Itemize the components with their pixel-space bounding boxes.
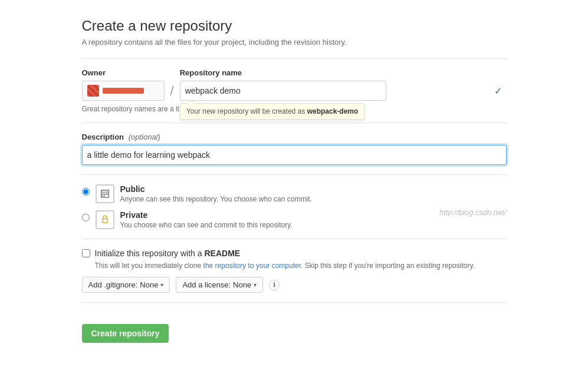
readme-link[interactable]: the repository to your computer	[203, 262, 301, 270]
owner-name-redacted	[103, 88, 144, 94]
public-radio[interactable]	[82, 188, 90, 196]
repo-name-group: Repository name ✓ Your new repository wi…	[180, 68, 507, 101]
watermark: http://blog.csdn.net/	[439, 208, 506, 217]
dropdown-row: Add .gitignore: None ▾ Add a license: No…	[82, 277, 507, 293]
owner-avatar	[87, 85, 99, 97]
private-label: Private	[120, 210, 293, 220]
public-desc: Anyone can see this repository. You choo…	[120, 195, 312, 203]
divider-bottom	[82, 302, 507, 303]
visibility-group: http://blog.csdn.net/ Public Anyone can …	[82, 184, 507, 229]
private-icon	[96, 210, 114, 229]
gitignore-label: Add .gitignore:	[88, 280, 138, 289]
divider-top	[82, 58, 507, 59]
lock-icon	[100, 214, 110, 225]
book-icon	[100, 188, 110, 199]
owner-label: Owner	[82, 68, 165, 77]
public-radio-wrapper	[82, 184, 90, 198]
gitignore-dropdown[interactable]: Add .gitignore: None ▾	[82, 277, 170, 293]
license-value: None	[233, 280, 251, 289]
description-label: Description (optional)	[82, 133, 507, 141]
public-icon	[96, 184, 114, 203]
license-dropdown[interactable]: Add a license: None ▾	[176, 277, 263, 293]
tooltip-highlight: webpack-demo	[307, 107, 359, 115]
public-option: Public Anyone can see this repository. Y…	[82, 184, 507, 203]
license-label: Add a license:	[182, 280, 231, 289]
owner-repo-row: Owner / Repository name ✓ Your new repos…	[82, 68, 507, 101]
description-optional: (optional)	[129, 133, 160, 141]
check-icon: ✓	[494, 85, 502, 97]
divider-readme	[82, 239, 507, 239]
repo-name-tooltip: Your new repository will be created as w…	[180, 103, 365, 120]
public-label: Public	[120, 184, 312, 194]
public-text: Public Anyone can see this repository. Y…	[120, 184, 312, 203]
description-input[interactable]	[82, 145, 507, 165]
slash-separator: /	[170, 81, 174, 101]
repo-name-label: Repository name	[180, 68, 507, 77]
private-desc: You choose who can see and commit to thi…	[120, 221, 293, 229]
create-repository-button[interactable]: Create repository	[82, 324, 169, 343]
owner-field[interactable]	[82, 81, 165, 101]
page-subtitle: A repository contains all the files for …	[82, 38, 507, 47]
owner-group: Owner	[82, 68, 165, 101]
page-title: Create a new repository	[82, 18, 507, 34]
gitignore-arrow: ▾	[160, 282, 163, 288]
repo-name-wrapper: ✓ Your new repository will be created as…	[180, 81, 507, 101]
readme-section: Initialize this repository with a README…	[82, 249, 507, 293]
private-radio[interactable]	[82, 214, 90, 221]
divider-desc	[82, 123, 507, 123]
readme-row: Initialize this repository with a README	[82, 249, 507, 258]
description-group: Description (optional)	[82, 133, 507, 165]
private-text: Private You choose who can see and commi…	[120, 210, 293, 229]
license-arrow: ▾	[254, 282, 257, 288]
divider-visibility	[82, 174, 507, 175]
private-radio-wrapper	[82, 210, 90, 224]
gitignore-value: None	[140, 280, 158, 289]
tooltip-prefix: Your new repository will be created as	[186, 107, 307, 115]
info-icon[interactable]: ℹ	[269, 280, 280, 290]
readme-label[interactable]: Initialize this repository with a README	[95, 249, 241, 258]
repo-name-input[interactable]	[180, 81, 386, 101]
readme-checkbox[interactable]	[82, 249, 90, 257]
readme-helper: This will let you immediately clone the …	[95, 262, 507, 270]
